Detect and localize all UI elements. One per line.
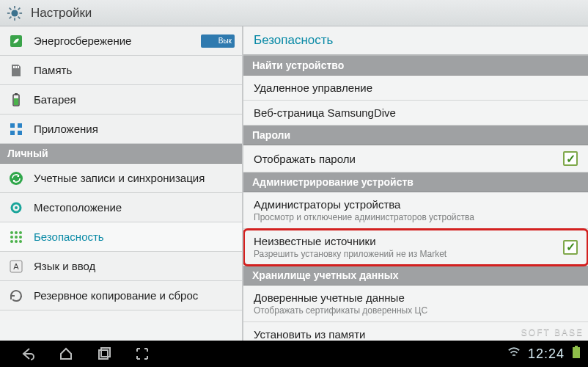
item-title: Администраторы устройства (254, 198, 578, 211)
settings-gear-icon (6, 4, 23, 22)
app-title: Настройки (31, 6, 92, 21)
sidebar-item-accounts-sync[interactable]: Учетные записи и синхронизация (0, 164, 242, 193)
home-button[interactable] (57, 345, 75, 363)
svg-line-5 (10, 7, 12, 10)
sync-icon (7, 170, 25, 187)
section-header-credential-storage: Хранилище учетных данных (243, 266, 588, 286)
section-header-find-device: Найти устройство (243, 56, 588, 76)
item-show-passwords[interactable]: Отображать пароли ✓ (243, 145, 588, 172)
titlebar: Настройки (0, 0, 588, 26)
sidebar-item-label: Учетные записи и синхронизация (34, 172, 235, 184)
item-device-admins[interactable]: Администраторы устройства Просмотр и отк… (243, 192, 588, 229)
svg-rect-34 (99, 350, 108, 359)
svg-rect-10 (13, 66, 15, 68)
leaf-icon (7, 32, 25, 50)
backup-icon (7, 287, 25, 305)
recent-apps-button[interactable] (95, 345, 113, 363)
svg-rect-15 (14, 98, 18, 105)
sidebar-item-location[interactable]: Местоположение (0, 193, 242, 222)
svg-rect-14 (15, 93, 18, 95)
svg-rect-18 (10, 131, 15, 135)
svg-point-24 (15, 231, 18, 234)
svg-point-27 (15, 236, 18, 239)
svg-point-29 (10, 240, 13, 243)
sidebar-item-label: Батарея (34, 93, 235, 106)
sidebar-item-battery[interactable]: Батарея (0, 85, 242, 115)
item-subtitle: Просмотр и отключение администраторов ус… (254, 212, 578, 222)
svg-point-25 (19, 231, 22, 234)
status-icons: 12:24 (507, 346, 588, 362)
language-icon: A (7, 258, 25, 275)
svg-line-6 (18, 16, 21, 18)
svg-point-0 (11, 10, 18, 16)
section-header-personal: Личный (0, 144, 242, 164)
sidebar-item-storage[interactable]: Память (0, 56, 242, 85)
section-header-device-admin: Администрирование устройств (243, 172, 588, 192)
svg-point-28 (19, 236, 22, 239)
item-trusted-credentials[interactable]: Доверенные учетные данные Отображать сер… (243, 286, 588, 322)
item-subtitle: Отображать сертификаты доверенных ЦС (254, 305, 578, 316)
sidebar-item-label: Приложения (34, 123, 235, 135)
sidebar-item-label: Память (34, 64, 235, 76)
svg-rect-16 (10, 123, 15, 128)
sidebar-item-label: Безопасность (34, 230, 235, 243)
sidebar-item-apps[interactable]: Приложения (0, 115, 242, 144)
back-button[interactable] (19, 345, 37, 363)
svg-line-7 (10, 16, 12, 18)
sidebar-item-label: Резервное копирование и сброс (34, 289, 235, 302)
item-title: Веб-страница SamsungDive (254, 106, 578, 119)
svg-point-30 (15, 240, 18, 243)
wifi-icon (507, 346, 521, 362)
item-title: Удаленное управление (254, 81, 578, 94)
status-clock: 12:24 (528, 346, 565, 362)
detail-pane: Безопасность Найти устройство Удаленное … (243, 26, 588, 341)
svg-rect-19 (18, 131, 22, 135)
sd-card-icon (7, 62, 25, 79)
watermark: SOFT BASE (521, 327, 584, 338)
sidebar: Энергосбережение Вык Память Батарея Прил… (0, 26, 243, 341)
svg-line-8 (18, 7, 21, 10)
screenshot-button[interactable] (133, 345, 151, 363)
svg-point-20 (10, 172, 23, 185)
checkbox-checked-icon[interactable]: ✓ (563, 240, 578, 255)
sidebar-item-label: Местоположение (34, 201, 235, 214)
svg-rect-17 (18, 123, 22, 128)
item-title: Отображать пароли (254, 153, 563, 165)
battery-status-icon (572, 346, 581, 362)
section-header-passwords: Пароли (243, 126, 588, 145)
detail-header: Безопасность (243, 26, 588, 56)
item-title: Доверенные учетные данные (254, 291, 578, 304)
battery-icon (7, 91, 25, 109)
apps-grid-icon (7, 120, 25, 138)
checkbox-checked-icon[interactable]: ✓ (563, 151, 578, 166)
sidebar-item-label: Энергосбережение (34, 34, 201, 47)
sidebar-item-label: Язык и ввод (34, 260, 235, 272)
security-grid-icon (7, 228, 25, 246)
svg-rect-11 (15, 66, 17, 68)
location-icon (7, 199, 25, 217)
item-samsungdive-page[interactable]: Веб-страница SamsungDive (243, 101, 588, 126)
item-unknown-sources[interactable]: Неизвестные источники Разрешить установк… (243, 229, 588, 266)
power-saving-toggle[interactable]: Вык (201, 34, 235, 48)
system-navbar: 12:24 (0, 341, 588, 367)
svg-point-26 (10, 236, 13, 239)
svg-point-31 (19, 240, 22, 243)
sidebar-item-power-saving[interactable]: Энергосбережение Вык (0, 26, 242, 56)
svg-rect-12 (18, 66, 19, 68)
item-remote-control[interactable]: Удаленное управление (243, 76, 588, 101)
svg-text:A: A (13, 262, 19, 271)
svg-rect-36 (573, 347, 580, 358)
item-title: Неизвестные источники (254, 235, 563, 247)
sidebar-item-security[interactable]: Безопасность (0, 222, 242, 252)
svg-point-22 (15, 206, 18, 209)
svg-rect-35 (101, 348, 110, 357)
sidebar-item-backup-reset[interactable]: Резервное копирование и сброс (0, 281, 242, 310)
svg-point-23 (10, 231, 13, 234)
svg-rect-37 (575, 346, 578, 347)
sidebar-item-language-input[interactable]: A Язык и ввод (0, 252, 242, 281)
item-subtitle: Разрешить установку приложений не из Mar… (254, 249, 563, 259)
